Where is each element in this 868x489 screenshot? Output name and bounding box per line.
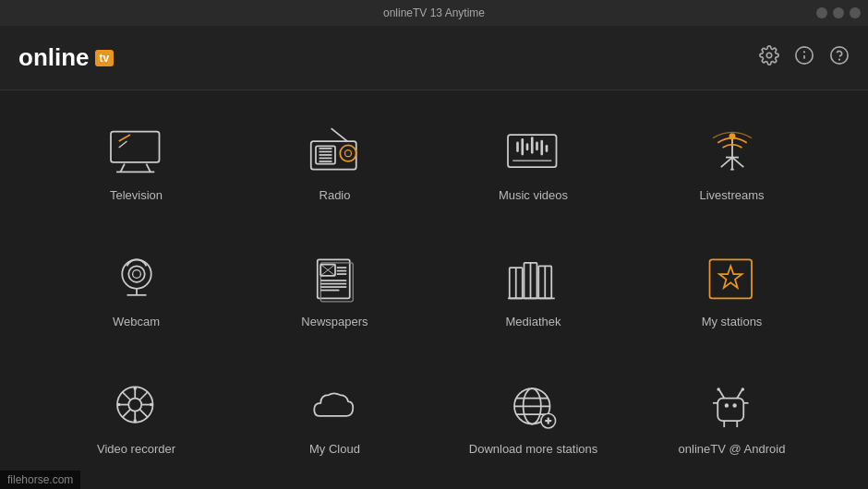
livestreams-label: Livestreams: [699, 188, 764, 202]
svg-line-72: [122, 409, 130, 417]
svg-point-19: [340, 146, 356, 162]
television-icon: [104, 124, 169, 179]
info-icon[interactable]: [794, 45, 814, 71]
svg-point-4: [831, 46, 848, 63]
android-label: onlineTV @ Android: [679, 442, 786, 456]
svg-line-35: [732, 158, 743, 168]
watermark-text: filehorse.com: [7, 473, 73, 486]
mediathek-label: Mediathek: [506, 315, 561, 328]
grid-item-android[interactable]: onlineTV @ Android: [633, 353, 831, 480]
webcam-icon: [104, 250, 169, 305]
logo-tv-badge: tv: [95, 50, 115, 66]
header-icons: [759, 45, 850, 71]
grid-item-download-more[interactable]: Download more stations: [434, 353, 633, 480]
music-videos-icon: [501, 124, 566, 179]
radio-icon: [303, 124, 368, 179]
svg-point-20: [344, 150, 351, 157]
svg-line-94: [737, 390, 741, 399]
my-stations-label: My stations: [702, 315, 763, 328]
svg-point-74: [133, 419, 137, 423]
settings-icon[interactable]: [759, 45, 779, 71]
download-more-icon: [501, 377, 566, 433]
grid-item-radio[interactable]: Radio: [235, 100, 434, 226]
livestreams-icon: [700, 124, 765, 179]
main-content: Television Radio: [0, 90, 868, 489]
webcam-label: Webcam: [113, 315, 160, 328]
grid: Television Radio: [37, 100, 831, 480]
svg-rect-86: [717, 398, 743, 421]
svg-line-7: [120, 164, 124, 173]
window-title: onlineTV 13 Anytime: [383, 6, 485, 19]
watermark: filehorse.com: [0, 471, 80, 489]
grid-item-music-videos[interactable]: Music videos: [434, 100, 633, 226]
svg-line-21: [331, 128, 347, 141]
svg-line-93: [719, 390, 724, 399]
svg-line-11: [118, 141, 127, 148]
grid-item-video-recorder[interactable]: Video recorder: [37, 353, 235, 480]
svg-point-76: [150, 403, 153, 407]
window-controls: [816, 7, 861, 18]
svg-line-8: [146, 164, 150, 173]
grid-item-newspapers[interactable]: Newspapers: [235, 226, 434, 352]
svg-point-87: [724, 403, 728, 407]
svg-line-70: [139, 409, 148, 417]
svg-line-69: [122, 392, 130, 400]
my-cloud-icon: [303, 377, 368, 433]
svg-rect-6: [111, 132, 160, 162]
android-icon: [700, 377, 765, 433]
television-label: Television: [110, 188, 163, 202]
title-bar: onlineTV 13 Anytime: [0, 0, 868, 26]
newspapers-icon: [303, 250, 368, 305]
grid-item-mediathek[interactable]: Mediathek: [434, 226, 633, 352]
svg-point-95: [717, 388, 720, 391]
svg-line-10: [118, 135, 129, 141]
radio-label: Radio: [319, 188, 351, 202]
grid-item-my-stations[interactable]: My stations: [633, 226, 831, 352]
win-btn-3: [850, 7, 861, 18]
help-icon[interactable]: [829, 45, 850, 71]
svg-point-37: [122, 260, 151, 290]
mediathek-icon: [501, 250, 566, 305]
svg-point-38: [128, 267, 145, 283]
svg-point-36: [729, 134, 734, 138]
svg-point-39: [132, 270, 140, 279]
video-recorder-label: Video recorder: [97, 442, 175, 456]
svg-line-71: [139, 392, 148, 400]
logo: online tv: [18, 43, 114, 72]
my-stations-icon: [700, 250, 765, 305]
svg-point-0: [766, 53, 772, 58]
grid-item-television[interactable]: Television: [37, 100, 235, 226]
grid-item-livestreams[interactable]: Livestreams: [633, 100, 831, 226]
logo-online-text: online: [18, 43, 90, 72]
svg-point-88: [732, 403, 736, 407]
grid-item-my-cloud[interactable]: My Cloud: [235, 353, 434, 480]
svg-point-96: [741, 388, 744, 391]
win-btn-2: [833, 7, 844, 18]
svg-point-73: [133, 387, 137, 390]
music-videos-label: Music videos: [499, 188, 568, 202]
newspapers-label: Newspapers: [301, 315, 368, 328]
my-cloud-label: My Cloud: [309, 442, 360, 456]
video-recorder-icon: [104, 377, 169, 433]
download-more-label: Download more stations: [469, 442, 597, 456]
win-btn-1: [816, 7, 827, 18]
svg-point-75: [117, 403, 121, 407]
grid-item-webcam[interactable]: Webcam: [37, 226, 235, 352]
svg-line-34: [720, 158, 731, 168]
svg-marker-62: [719, 267, 742, 289]
header: online tv: [0, 26, 868, 90]
